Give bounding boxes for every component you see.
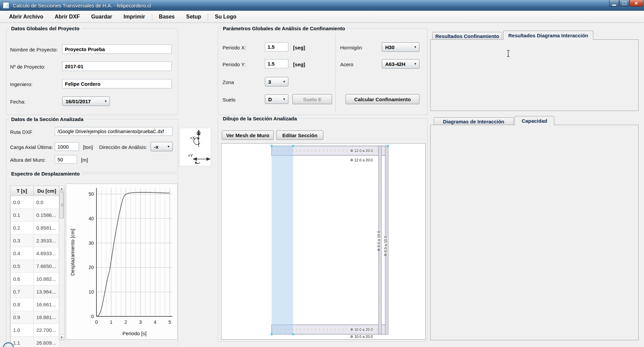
scroll-down-icon[interactable]: ▼	[59, 334, 64, 340]
table-cell: 0.4	[10, 247, 34, 260]
nombre-proyecto-label: Nombre de Proyecto:	[10, 47, 58, 52]
table-cell: 0.1586...	[34, 209, 60, 222]
table-cell: 10.882...	[34, 273, 60, 285]
table-row[interactable]: 0.10.1586...	[10, 209, 60, 222]
zona-dropdown[interactable]: 3 ▼	[265, 77, 288, 86]
mesh-selection-band[interactable]	[272, 146, 293, 334]
menu-su-logo[interactable]: Su Logo	[209, 11, 242, 23]
y-tick-label: 10	[88, 289, 94, 295]
table-row[interactable]: 1.126.609...	[10, 337, 60, 347]
close-button[interactable]: ✕	[629, 0, 643, 7]
direccion-dropdown[interactable]: -x ▼	[151, 142, 173, 151]
table-cell: 0.8	[10, 298, 34, 311]
periodo-x-input[interactable]	[265, 42, 288, 51]
table-cell: 0.3	[10, 234, 34, 247]
table-row[interactable]: 0.32.3533...	[10, 234, 60, 247]
menu-bar: Abrir Archivo Abrir DXF Guardar Imprimir…	[0, 11, 644, 23]
calcular-confinamiento-button[interactable]: Calcular Confinamiento	[346, 94, 419, 104]
ingeniero-label: Ingeniero:	[10, 81, 33, 87]
maximize-icon	[622, 2, 626, 5]
acero-dropdown[interactable]: A63-42H ▼	[382, 59, 419, 69]
menu-guardar[interactable]: Guardar	[85, 11, 118, 23]
table-cell: 0.0	[34, 196, 60, 209]
editar-seccion-button[interactable]: Editar Sección	[276, 130, 323, 140]
nombre-proyecto-input[interactable]	[62, 44, 172, 54]
table-cell: 16.661...	[34, 298, 60, 311]
periodo-y-input[interactable]	[265, 59, 288, 68]
tab-capacidad[interactable]: Capacidad	[515, 116, 554, 125]
menu-abrir-dxf[interactable]: Abrir DXF	[49, 11, 86, 23]
ruta-dxf-label: Ruta DXF	[10, 129, 32, 135]
section-canvas[interactable]: Φ 12.0 a 20.0 Φ 12.0 a 20.0 Φ 10.0 a 20.…	[221, 143, 426, 340]
menu-bases[interactable]: Bases	[153, 11, 180, 23]
y-tick-label: 30	[88, 240, 94, 246]
group-title: Espectro de Desplazamiento	[9, 171, 81, 177]
x-tick-label: 4	[154, 319, 157, 325]
group-title: Datos Globales del Proyecto	[9, 26, 81, 31]
minimize-icon: ▬	[612, 2, 616, 6]
ruta-dxf-input[interactable]	[55, 127, 172, 136]
table-row[interactable]: 0.44.6933...	[10, 247, 60, 260]
x-tick-label: 0	[95, 319, 98, 325]
table-cell: 26.609...	[34, 337, 60, 347]
table-scrollbar[interactable]: ▲ ▼	[59, 186, 65, 340]
column-header-t[interactable]: T [s]	[10, 186, 34, 196]
tab-diagramas-interaccion[interactable]: Diagramas de Interacción	[434, 117, 514, 125]
chevron-down-icon: ▼	[414, 62, 417, 66]
tab-resultados-confinamiento[interactable]: Resultados Confinamiento	[432, 32, 502, 40]
menu-abrir-archivo[interactable]: Abrir Archivo	[3, 11, 49, 23]
spectrum-table: T [s] Du [cm] 0.00.00.10.1586...0.20.858…	[10, 186, 60, 347]
table-row[interactable]: 0.918.881...	[10, 311, 60, 324]
table-cell: 0.8581...	[34, 222, 60, 234]
altura-muro-input[interactable]	[55, 155, 77, 164]
spectrum-chart: 01234501020304050Periodo [s]Desplazamien…	[66, 184, 177, 340]
table-row[interactable]: 0.00.0	[10, 196, 60, 209]
tab-resultados-diagrama-interaccion[interactable]: Resultados Diagrama Interacción	[503, 31, 593, 40]
zona-label: Zona	[223, 79, 234, 85]
ingeniero-input[interactable]	[62, 79, 172, 88]
series-espectro-desplazamiento	[96, 192, 170, 316]
carga-axial-input[interactable]	[55, 142, 79, 151]
table-row[interactable]: 0.713.964...	[10, 285, 60, 298]
section-drawing: Φ 12.0 a 20.0 Φ 12.0 a 20.0 Φ 10.0 a 20.…	[222, 144, 425, 339]
periodo-x-unit: [seg]	[293, 45, 305, 50]
fecha-dropdown[interactable]: 16/01/2017 ▼	[62, 97, 110, 106]
table-row[interactable]: 0.816.661...	[10, 298, 60, 311]
suelo-e-button[interactable]: Suelo E	[292, 94, 332, 104]
table-cell: 0.5	[10, 260, 34, 273]
periodo-y-unit: [seg]	[293, 62, 305, 67]
menu-setup[interactable]: Setup	[180, 11, 207, 23]
spectrum-table-body: 0.00.00.10.1586...0.20.8581...0.32.3533.…	[10, 196, 60, 347]
altura-muro-label: Altura del Muro:	[10, 157, 46, 163]
table-row[interactable]: 0.610.882...	[10, 273, 60, 285]
axis-orientation-box: +X +Y	[179, 128, 211, 166]
annotation-top-1: Φ 12.0 a 20.0	[350, 149, 373, 153]
periodo-y-label: Periodo Y:	[223, 62, 246, 67]
close-icon: ✕	[635, 1, 638, 6]
numero-proyecto-input[interactable]	[62, 62, 172, 71]
column-header-du[interactable]: Du [cm]	[34, 186, 60, 196]
divider	[335, 34, 336, 112]
table-cell: 2.3533...	[34, 234, 60, 247]
menu-imprimir[interactable]: Imprimir	[118, 11, 151, 23]
table-row[interactable]: 0.20.8581...	[10, 222, 60, 234]
capacidad-panel	[430, 125, 639, 340]
hormigon-dropdown[interactable]: H30 ▼	[382, 42, 419, 52]
ver-mesh-button[interactable]: Ver Mesh de Muro	[222, 130, 274, 140]
periodo-x-label: Periodo X:	[223, 45, 246, 50]
table-row[interactable]: 1.022.700...	[10, 324, 60, 337]
table-row[interactable]: 0.57.6650...	[10, 260, 60, 273]
title-bar: Calculo de Secciones Transversales de H.…	[0, 0, 644, 11]
scrollbar-thumb[interactable]	[59, 192, 64, 218]
table-cell: 0.9	[10, 311, 34, 324]
table-cell: 4.6933...	[34, 247, 60, 260]
scroll-up-icon[interactable]: ▲	[59, 186, 64, 192]
maximize-button[interactable]	[619, 0, 629, 7]
zona-value: 3	[268, 79, 271, 85]
minimize-button[interactable]: ▬	[609, 0, 619, 7]
suelo-dropdown[interactable]: D ▼	[265, 94, 288, 104]
axis-y-label: +Y	[188, 153, 193, 158]
table-cell: 22.700...	[34, 324, 60, 337]
suelo-label: Suelo	[223, 97, 235, 103]
axis-x-label: +X	[190, 136, 195, 141]
